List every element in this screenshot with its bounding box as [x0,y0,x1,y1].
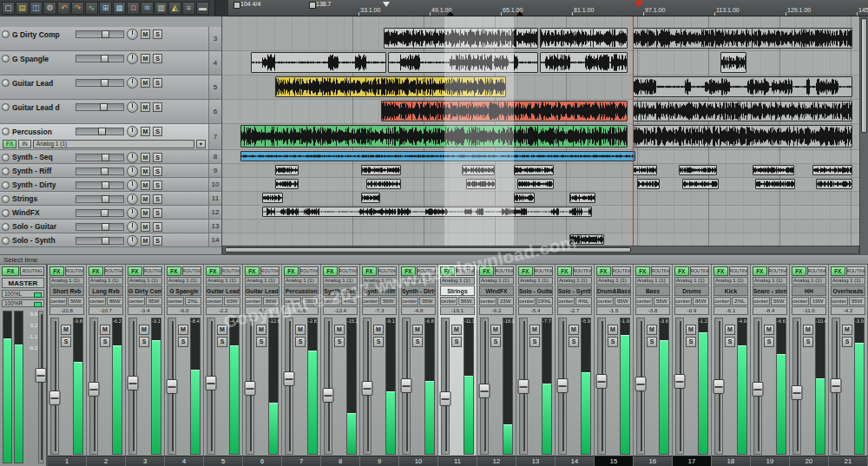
audio-clip[interactable] [679,165,717,175]
pan-knob[interactable] [127,126,138,137]
width-control[interactable]: 95W [419,297,437,305]
width-control[interactable]: 63W [224,297,241,305]
input-select[interactable]: Analog 1 (1) [33,140,194,148]
fx-button[interactable]: FX [2,266,19,276]
fader-handle[interactable] [674,374,686,389]
pan-control[interactable]: center [206,297,223,305]
pan-control[interactable]: center [596,297,614,305]
input-label[interactable]: Analog 1 (1) [323,277,358,285]
routing-button[interactable]: ROUTING [495,266,514,276]
routing-button[interactable]: ROUTING [846,266,865,276]
input-label[interactable]: Analog 1 (1) [245,277,279,285]
solo-button[interactable]: S [451,337,462,347]
track-volume-fader[interactable] [76,223,124,231]
mute-button[interactable]: M [141,153,150,162]
fader-handle[interactable] [102,30,109,38]
mixer-strip[interactable]: FXROUTINGAnalog 1 (1)Long Rvbcenter86W-1… [87,265,126,466]
mixer-strip[interactable]: FXROUTINGAnalog 1 (1)Synth - Riffcenter5… [360,265,399,466]
record-arm-button[interactable] [2,154,10,161]
solo-button[interactable]: S [153,78,162,88]
fader-handle[interactable] [753,382,764,397]
mute-button[interactable]: M [490,325,501,335]
volume-readout[interactable]: -10.7 [89,306,123,315]
fx-button[interactable]: FX [831,266,845,276]
record-arm-button[interactable] [2,128,10,135]
pan-knob[interactable] [127,194,138,205]
tempo-marker[interactable]: 138.7 [309,1,332,7]
fader-handle[interactable] [167,379,178,394]
envelope-mode-icon[interactable]: ∿ [85,2,98,15]
track-volume-fader[interactable] [76,181,124,189]
fader-handle[interactable] [792,385,803,400]
fx-button[interactable]: FX [596,266,611,276]
fader-handle[interactable] [323,388,334,403]
solo-button[interactable]: S [139,337,149,347]
audio-clip[interactable] [262,207,592,217]
mute-button[interactable]: M [412,325,423,335]
lane-row[interactable] [222,233,859,246]
solo-button[interactable]: S [153,222,162,232]
record-arm-button[interactable] [2,79,10,87]
audio-clip[interactable] [275,179,299,189]
mute-button[interactable]: M [569,325,579,335]
volume-fader[interactable] [597,318,606,455]
fx-button[interactable]: FX [245,266,260,276]
fader-handle[interactable] [102,223,109,231]
pan-knob[interactable] [127,29,138,40]
audio-clip[interactable] [514,193,535,203]
new-project-icon[interactable]: ▢ [2,2,15,15]
routing-button[interactable]: ROUTING [534,266,553,276]
fx-button[interactable]: FX [753,266,767,276]
pan-knob[interactable] [127,152,138,163]
fx-button[interactable]: FX [401,266,416,276]
track-panel-row[interactable]: WindFXMS12 [0,206,221,220]
audio-clip[interactable] [381,101,628,121]
routing-button[interactable]: ROUTING [456,266,475,276]
mixer-strip[interactable]: FXROUTINGAnalog 1 (1)WindFXcenter23W-9.2… [477,265,516,466]
routing-button[interactable]: ROUTING [260,266,279,276]
mixer-strip[interactable]: FXROUTINGAnalog 1 (1)Guitar Leadcenter63… [204,265,243,466]
width-control[interactable]: 86W [693,297,710,305]
volume-fader[interactable] [50,318,59,455]
routing-button[interactable]: ROUTING [690,266,709,276]
pan-knob[interactable] [127,221,138,233]
input-label[interactable]: Analog 1 (1) [440,277,475,285]
fx-button[interactable]: FX [362,266,377,276]
mute-button[interactable]: M [141,222,150,232]
fader-handle[interactable] [440,391,451,406]
routing-button[interactable]: ROUTING [221,266,240,276]
pan-control[interactable]: center [128,297,145,305]
fx-button[interactable]: FX [323,266,338,276]
volume-readout[interactable]: -6.0 [167,306,201,315]
mixer-strip[interactable]: FXROUTINGAnalog 1 (1)Basscenter56W-3.8MS… [634,265,673,466]
width-control[interactable]: 95W [849,297,866,305]
track-panel-row[interactable]: Synth - RiffMS9 [0,164,221,178]
mixer-strip[interactable]: FXROUTINGAnalog 1 (1)G Spanglecenter2%L-… [165,265,204,466]
solo-button[interactable]: S [803,337,813,347]
width-control[interactable]: 56W [458,297,476,305]
input-label[interactable]: Analog 1 (1) [128,277,162,285]
audio-clip[interactable] [262,193,283,203]
fx-button[interactable]: FX [674,266,689,276]
audio-clip[interactable] [753,165,794,175]
fx-button[interactable]: FX [284,266,299,276]
fx-button[interactable]: FX [440,266,455,276]
input-label[interactable]: Analog 1 (1) [89,277,123,285]
audio-clip[interactable] [240,125,628,148]
solo-button[interactable]: S [529,337,540,347]
volume-fader[interactable] [441,318,450,455]
solo-button[interactable]: S [61,337,71,347]
audio-clip[interactable] [540,28,628,49]
fader-handle[interactable] [831,378,842,393]
mute-button[interactable]: M [451,325,462,335]
volume-readout[interactable]: -2.7 [557,306,592,315]
volume-readout[interactable]: -2.2 [206,306,240,315]
pan-knob[interactable] [127,166,138,177]
pan-control[interactable]: center [518,297,536,305]
input-label[interactable]: Analog 1 (1) [753,277,787,285]
width-control[interactable]: 2%L [732,297,749,305]
playhead-marker[interactable] [635,1,643,8]
master-volume-fader[interactable] [38,311,43,463]
mixer-strip[interactable]: FXROUTINGAnalog 1 (1)Guitar Lead dcenter… [243,265,282,466]
group-items-icon[interactable]: ▥ [155,2,168,15]
